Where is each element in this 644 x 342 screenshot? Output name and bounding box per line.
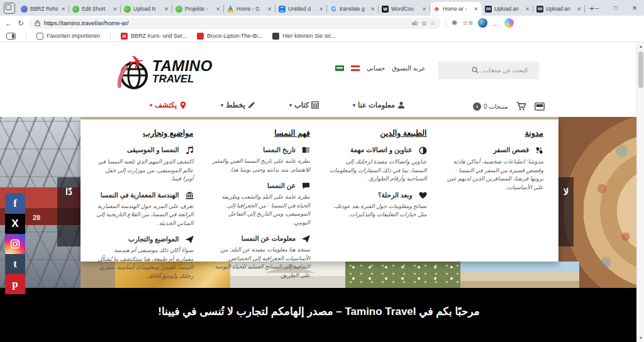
- google-drive-icon: [227, 6, 234, 13]
- address-bar[interactable]: https://tamino.travel/ar/home-ar/ ab ⊙ ☆: [29, 18, 441, 29]
- tab-close-icon[interactable]: ✕: [370, 6, 375, 13]
- logo-title: TAMINO: [152, 58, 213, 74]
- tab-edit-short[interactable]: Edit Short✕: [69, 2, 121, 16]
- paper-plane-icon: [186, 236, 194, 243]
- back-button[interactable]: ←: [5, 19, 13, 27]
- tab-wordcounter[interactable]: WWordCou✕: [379, 2, 430, 16]
- pinterest-icon[interactable]: p: [5, 274, 25, 294]
- menu-column-title: الطبيعة والدين: [329, 128, 427, 138]
- settings-menu-icon[interactable]: …: [492, 19, 499, 27]
- paw-icon: [535, 146, 543, 155]
- browser-toolbar: ← ↻ https://tamino.travel/ar/home-ar/ ab…: [0, 16, 644, 30]
- scroll-up-arrow[interactable]: ▲: [637, 44, 644, 48]
- scroll-down-arrow[interactable]: ▼: [637, 336, 644, 340]
- cart-link[interactable]: عربة التسوق: [392, 65, 425, 72]
- bookmarks-divider: [26, 32, 26, 40]
- tab-close-icon[interactable]: ✕: [112, 6, 118, 13]
- chat-icon: [302, 182, 310, 190]
- nav-item-book[interactable]: كتاب ▾: [289, 101, 319, 109]
- reload-button[interactable]: ↻: [18, 19, 24, 27]
- nav-item-about-us[interactable]: معلومات عنا ▾: [353, 101, 405, 109]
- toolbar-divider: [446, 19, 447, 27]
- tab-close-icon[interactable]: ✕: [318, 6, 324, 13]
- account-link[interactable]: حسابي: [367, 65, 385, 72]
- copilot-icon[interactable]: [504, 18, 514, 28]
- tab-upload-n[interactable]: Upload N✕: [121, 2, 172, 16]
- wordpress-green-icon: [124, 6, 131, 13]
- compass-icon: [419, 146, 427, 155]
- menu-column-blog: مدونة قصص السفر مدونتنا: انطباعات شخصية،…: [446, 128, 544, 253]
- tab-close-icon[interactable]: ✕: [60, 6, 66, 13]
- tab-home-ar-active[interactable]: ✈Home-ar -✕: [430, 2, 482, 16]
- tab-close-icon[interactable]: ✕: [267, 6, 272, 13]
- tab-upload-an-2[interactable]: SBUpload an✕: [533, 2, 585, 16]
- tab-projekte[interactable]: Projekte -✕: [172, 2, 224, 16]
- tab-close-icon[interactable]: ✕: [164, 6, 169, 13]
- menu-item-after-trip[interactable]: وبعد الرحلة؟ نصائح ومعلومات حول الفترة ب…: [329, 191, 427, 219]
- bookmark-bruce-lipton[interactable]: Bruce-Lipton-The-Bi...: [197, 33, 262, 40]
- favorites-list-icon[interactable]: ☆≡: [462, 19, 472, 27]
- minimize-button[interactable]: ─: [587, 0, 606, 16]
- browser-tab-bar: BBRZ Reha✕ Edit Short✕ Upload N✕ Projekt…: [0, 0, 644, 16]
- bookmark-bbrz-kurs[interactable]: HBBRZ Kurs- und Ser...: [121, 33, 187, 40]
- bookmark-import[interactable]: Favoriten importieren: [36, 33, 100, 40]
- tab-close-icon[interactable]: ✕: [215, 6, 221, 13]
- menu-item-about-austria[interactable]: عن النمسا نظرة عامة على البلد والشعب وطر…: [213, 182, 311, 227]
- tab-home-drive[interactable]: Home - G✕: [224, 2, 275, 16]
- tumblr-icon[interactable]: t: [5, 254, 25, 274]
- cart-icon[interactable]: [516, 102, 526, 111]
- pdf-icon: [197, 33, 204, 40]
- reader-icon[interactable]: ⊙: [421, 20, 426, 26]
- favorite-star-icon[interactable]: ☆: [430, 20, 435, 26]
- facebook-icon[interactable]: f: [5, 194, 25, 214]
- menu-item-austria-architecture[interactable]: الهندسة المعمارية في النمسا تعرف على الم…: [96, 191, 194, 228]
- menu-item-austria-info[interactable]: معلومات عن النمسا سنجد هنا معلومات مفيدة…: [213, 234, 311, 280]
- tab-close-icon[interactable]: ✕: [473, 6, 479, 13]
- nav-item-discover[interactable]: يكتشف ▾: [150, 101, 187, 109]
- menu-column-title: فهم النمسا: [213, 128, 311, 138]
- city-buildings-photo: [460, 262, 579, 288]
- tab-untitled-doc[interactable]: Untitled d✕: [275, 2, 327, 16]
- translate-icon[interactable]: ab: [411, 20, 418, 26]
- menu-column-nature-religion: الطبيعة والدين عناوين و اتصالات مهمة عنا…: [329, 128, 427, 253]
- tab-bbrz[interactable]: BBRZ Reha✕: [18, 2, 69, 16]
- menu-item-topics-experiences[interactable]: المواضيع والتجارب سواءً أكان ذلك موسيقى …: [96, 235, 194, 280]
- saudi-flag-icon[interactable]: [335, 65, 344, 71]
- menu-item-austria-music[interactable]: النمسا و الموسيقى اكتشف الدور المهم الذي…: [96, 146, 194, 184]
- paper-plane-icon: [302, 235, 310, 243]
- close-button[interactable]: ×: [625, 0, 644, 16]
- hero-text-fragment-left: دًا: [57, 177, 80, 246]
- bookmarks-divider: [110, 32, 111, 40]
- sidebar-toggle-icon[interactable]: [6, 33, 16, 40]
- tab-upload-an-1[interactable]: SBUpload an✕: [482, 2, 533, 16]
- page-scrollbar[interactable]: ▲ ▼: [636, 42, 644, 342]
- menu-item-important-contacts[interactable]: عناوين و اتصالات مهمة عناوين واتصالات مف…: [329, 146, 427, 184]
- site-logo[interactable]: ✈ TAMINO TRAVEL: [117, 53, 211, 97]
- tab-close-icon[interactable]: ✕: [525, 6, 530, 13]
- nav-item-plan[interactable]: يخطط ▾: [221, 101, 255, 109]
- sb-icon: SB: [485, 6, 492, 13]
- cart-count[interactable]: i 0 منتجات: [473, 102, 508, 111]
- scrollbar-thumb[interactable]: [638, 52, 643, 88]
- profile-avatar[interactable]: [478, 18, 487, 28]
- bbrz-icon: [21, 6, 28, 13]
- tab-close-icon[interactable]: ✕: [576, 6, 582, 13]
- table-icon: [311, 101, 319, 109]
- menu-item-travel-stories[interactable]: قصص السفر مدونتنا: انطباعات شخصية، أماكن…: [446, 146, 544, 192]
- x-twitter-icon[interactable]: X: [5, 214, 25, 234]
- main-navigation: يكتشف ▾ يخطط ▾ كتاب ▾ معلومات عنا ▾: [150, 101, 405, 109]
- lock-icon: [35, 20, 40, 26]
- tab-close-icon[interactable]: ✕: [421, 6, 427, 13]
- product-search-box[interactable]: البحث عن منتجات...: [438, 62, 539, 79]
- browser-essentials-icon[interactable]: ❋: [452, 19, 457, 27]
- maximize-button[interactable]: □: [606, 0, 625, 16]
- chevron-down-icon: ▾: [353, 102, 355, 108]
- info-icon: i: [473, 102, 481, 111]
- bookmark-hier-koennen[interactable]: Hier können Sie sic...: [272, 33, 336, 40]
- menu-item-austria-history[interactable]: تاريخ النمسا نظرة عامة على تاريخ النمسا …: [213, 146, 311, 174]
- tab-actions-icon[interactable]: [4, 3, 15, 14]
- tab-translate[interactable]: Gtranslate g✕: [327, 2, 379, 16]
- instagram-icon[interactable]: [5, 234, 25, 254]
- checkout-card-icon[interactable]: [535, 102, 545, 111]
- austria-flag-icon[interactable]: [351, 65, 360, 71]
